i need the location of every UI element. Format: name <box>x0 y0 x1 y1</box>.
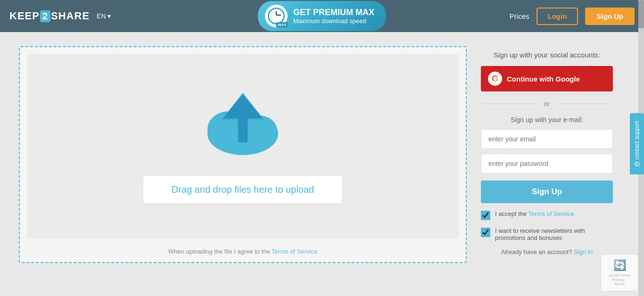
upload-inner: Drag and drop files here to upload <box>27 54 459 238</box>
signin-link[interactable]: Sign In <box>574 248 593 255</box>
terms-of-service-link[interactable]: Terms of Service <box>272 248 317 255</box>
upload-drop-zone[interactable]: Drag and drop files here to upload When … <box>19 46 467 263</box>
svg-rect-7 <box>238 116 248 142</box>
terms-text: I accept the Terms of Service <box>495 210 574 217</box>
recaptcha-box: 🔄 reCAPTCHAPrivacy - Terms <box>601 254 638 291</box>
clock-icon: MAX <box>265 5 288 27</box>
or-divider: or <box>481 100 613 107</box>
already-account: Already have an account? Sign In <box>481 248 613 255</box>
svg-marker-6 <box>223 95 263 118</box>
main-content: Drag and drop files here to upload When … <box>0 32 632 277</box>
logo-share: SHARE <box>51 10 90 22</box>
terms-checkbox-row: I accept the Terms of Service <box>481 210 613 220</box>
logo[interactable]: KEEP 2 SHARE <box>9 10 90 22</box>
premium-subtitle: Maximum download speed <box>293 17 374 25</box>
password-field[interactable] <box>481 154 613 173</box>
header: KEEP 2 SHARE EN ▾ MAX GET PREMIUM MAX Ma… <box>0 0 644 32</box>
recaptcha-text: reCAPTCHAPrivacy - Terms <box>607 273 632 286</box>
google-g-letter: G <box>492 74 498 84</box>
cloud-upload-icon <box>196 89 290 166</box>
google-signin-button[interactable]: G Continue with Google <box>481 66 613 91</box>
prices-link[interactable]: Prices <box>510 12 529 20</box>
signup-section: Sign up with your social accounts: G Con… <box>481 46 613 263</box>
scrollbar-thumb[interactable] <box>638 0 644 28</box>
upload-section: Drag and drop files here to upload When … <box>19 46 467 263</box>
premium-banner[interactable]: MAX GET PREMIUM MAX Maximum download spe… <box>258 1 386 31</box>
signup-email-title: Sign up with your e-mail: <box>481 116 613 123</box>
header-right: Prices Login Sign Up <box>510 8 635 25</box>
newsletter-checkbox-row: I want to receive newsletters with promo… <box>481 227 613 241</box>
already-account-text: Already have an account? <box>501 248 572 255</box>
login-button[interactable]: Login <box>537 8 578 25</box>
signup-button[interactable]: Sign Up <box>481 181 613 203</box>
google-icon: G <box>488 72 502 86</box>
lang-label: EN <box>97 12 106 20</box>
drag-drop-button[interactable]: Drag and drop files here to upload <box>143 176 342 204</box>
logo-keep: KEEP <box>9 10 40 22</box>
terms-of-service-signup-link[interactable]: Terms of Service <box>528 210 574 217</box>
or-label: or <box>544 100 550 107</box>
email-field[interactable] <box>481 129 613 149</box>
recaptcha-icon: 🔄 <box>607 259 632 271</box>
contact-support-label: @ contact support <box>634 121 640 167</box>
logo-two: 2 <box>40 10 50 22</box>
newsletter-checkbox[interactable] <box>481 228 490 237</box>
terms-checkbox[interactable] <box>481 211 490 220</box>
signup-header-button[interactable]: Sign Up <box>585 8 635 25</box>
language-selector[interactable]: EN ▾ <box>97 12 110 20</box>
or-line-right <box>554 104 613 104</box>
contact-support-tab[interactable]: @ contact support <box>630 113 644 174</box>
or-line-left <box>481 104 539 104</box>
premium-title: GET PREMIUM MAX <box>293 8 374 17</box>
premium-text: GET PREMIUM MAX Maximum download speed <box>293 8 374 25</box>
chevron-down-icon: ▾ <box>107 12 111 20</box>
max-badge: MAX <box>276 22 288 27</box>
signup-social-title: Sign up with your social accounts: <box>481 51 613 59</box>
google-button-label: Continue with Google <box>507 75 580 83</box>
upload-footer-text: When uploading the file I agree to the <box>168 248 272 255</box>
newsletter-text: I want to receive newsletters with promo… <box>495 227 613 241</box>
upload-footer: When uploading the file I agree to the T… <box>168 248 317 255</box>
